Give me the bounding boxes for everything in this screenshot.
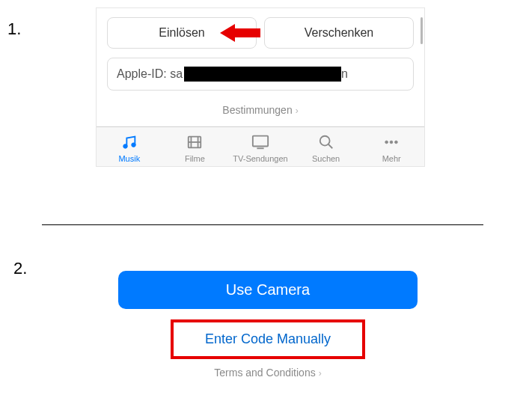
redeem-label: Einlösen xyxy=(159,26,204,39)
tab-search[interactable]: Suchen xyxy=(293,132,359,163)
terms-link-en[interactable]: Terms and Conditions› xyxy=(118,367,418,379)
tab-films-label: Filme xyxy=(162,154,228,163)
divider xyxy=(42,224,483,225)
svg-point-11 xyxy=(385,141,388,144)
apple-id-button[interactable]: Apple-ID: sa n xyxy=(107,58,414,91)
apple-id-suffix: n xyxy=(341,67,348,81)
arrow-red-icon xyxy=(220,22,262,43)
tab-tv[interactable]: TV-Sendungen xyxy=(227,132,293,163)
enter-manually-label: Enter Code Manually xyxy=(205,331,331,346)
tv-icon xyxy=(227,132,293,153)
terms-de-label: Bestimmungen xyxy=(222,104,292,116)
use-camera-label: Use Camera xyxy=(226,281,310,298)
redeem-panel: Use Camera Enter Code Manually Terms and… xyxy=(118,271,418,379)
use-camera-button[interactable]: Use Camera xyxy=(118,271,418,309)
apple-id-prefix: Apple-ID: sa xyxy=(117,67,183,81)
svg-point-1 xyxy=(123,144,128,149)
tab-bar: Musik Filme TV-Sendungen Suchen Mehr xyxy=(97,126,424,166)
enter-manually-link[interactable]: Enter Code Manually xyxy=(178,331,358,347)
redeem-button[interactable]: Einlösen xyxy=(107,17,257,49)
svg-rect-7 xyxy=(253,136,268,147)
step-2-label: 2. xyxy=(13,259,27,278)
svg-point-13 xyxy=(395,141,398,144)
chevron-right-icon: › xyxy=(319,368,322,379)
terms-link-de[interactable]: Bestimmungen› xyxy=(97,91,424,126)
svg-marker-0 xyxy=(220,24,260,42)
tab-more[interactable]: Mehr xyxy=(358,132,424,163)
gift-label: Verschenken xyxy=(305,26,374,39)
tab-music[interactable]: Musik xyxy=(97,132,162,163)
svg-point-2 xyxy=(132,143,136,147)
button-row: Einlösen Verschenken xyxy=(97,8,424,49)
tab-search-label: Suchen xyxy=(293,154,359,163)
search-icon xyxy=(293,132,359,153)
tab-music-label: Musik xyxy=(97,154,162,163)
gift-button[interactable]: Verschenken xyxy=(264,17,414,49)
music-icon xyxy=(97,132,162,153)
tab-tv-label: TV-Sendungen xyxy=(227,154,293,163)
svg-point-9 xyxy=(319,136,329,146)
tab-films[interactable]: Filme xyxy=(162,132,228,163)
more-icon xyxy=(358,132,424,153)
terms-en-label: Terms and Conditions xyxy=(214,367,315,379)
scroll-indicator xyxy=(421,17,423,44)
chevron-right-icon: › xyxy=(296,105,299,116)
svg-line-10 xyxy=(328,144,332,149)
svg-point-12 xyxy=(390,141,393,144)
film-icon xyxy=(162,132,228,153)
tab-more-label: Mehr xyxy=(358,154,424,163)
itunes-panel: Einlösen Verschenken Apple-ID: sa n Best… xyxy=(96,7,425,167)
step-1-label: 1. xyxy=(7,19,21,39)
redacted-block xyxy=(184,67,341,82)
enter-manually-highlight: Enter Code Manually xyxy=(171,319,365,359)
